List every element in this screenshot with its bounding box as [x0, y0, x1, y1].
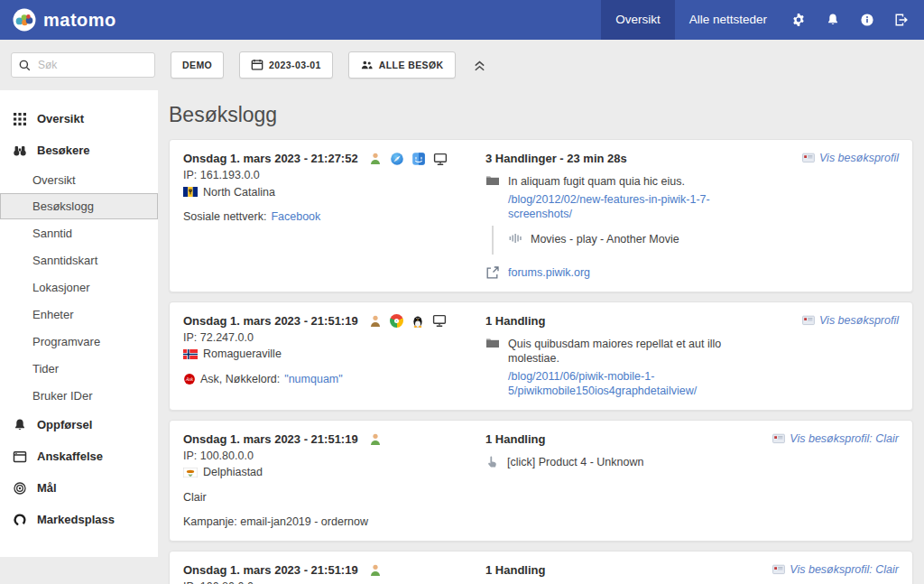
visit-devices [368, 313, 485, 329]
window-icon [13, 450, 27, 464]
svg-text:Ask: Ask [185, 376, 193, 382]
sidebar-item-mal[interactable]: Mål [0, 472, 158, 504]
sidebar-item-anskaffelse[interactable]: Anskaffelse [0, 440, 158, 472]
visit-card: Onsdag 1. mars 2023 - 21:27:52 IP: 161.1… [169, 139, 913, 292]
calendar-icon [251, 59, 263, 71]
site-selector-label: DEMO [182, 60, 212, 70]
search-input[interactable] [36, 58, 148, 72]
matomo-logo[interactable]: matomo [13, 8, 116, 32]
page-title-text: Quis quibusdam maiores repellat et aut i… [508, 337, 763, 366]
segment-people-icon [360, 59, 374, 71]
brand-name: matomo [43, 10, 116, 31]
sidebar-item-label: Oversikt [37, 112, 84, 125]
actions-count: 1 Handling [485, 313, 763, 329]
visit-info-column: Onsdag 1. mars 2023 - 21:51:19 IP: 100.8… [183, 431, 368, 530]
sidebar-item-oversikt[interactable]: Oversikt [0, 166, 158, 193]
safari-icon [390, 152, 404, 166]
sidebar-item-label: Besøkere [37, 144, 90, 157]
sidebar-item-label: Sanntid [32, 227, 72, 240]
visitor-profile-icon [802, 315, 815, 326]
visit-card: Onsdag 1. mars 2023 - 21:51:19 IP: 100.8… [169, 420, 913, 542]
dashboard-icon [13, 112, 27, 126]
page-title: Besøkslogg [169, 103, 913, 127]
page-url-link[interactable]: /blog/2011/06/piwik-mobile-1-5/piwikmobi… [508, 369, 763, 399]
sidebar-item-sanntid[interactable]: Sanntid [0, 219, 158, 246]
visitor-log-list: Onsdag 1. mars 2023 - 21:27:52 IP: 161.1… [169, 139, 913, 584]
visit-date: Onsdag 1. mars 2023 - 21:51:19 [183, 562, 368, 578]
visitor-profile-link[interactable]: Vis besøksprofil [802, 313, 899, 329]
sidebar-item-lokasjoner[interactable]: Lokasjoner [0, 273, 158, 301]
actions-count: 3 Handlinger - 23 min 28s [485, 151, 763, 166]
sidebar-item-label: Enheter [32, 308, 74, 321]
visit-ip: IP: 72.247.0.0 [183, 330, 368, 346]
sidebar-item-label: Tider [32, 362, 59, 375]
sidebar-item-enheter[interactable]: Enheter [0, 301, 158, 328]
visitor-profile-link[interactable]: Vis besøksprofil: Clair [772, 562, 899, 578]
sidebar-item-tider[interactable]: Tider [0, 355, 158, 382]
visit-card: Onsdag 1. mars 2023 - 21:51:19 IP: 72.24… [169, 301, 913, 411]
date-range-label: 2023-03-01 [269, 60, 321, 70]
visitor-profile-icon [772, 433, 785, 444]
visit-info-column: Onsdag 1. mars 2023 - 21:51:19 IP: 100.8… [183, 562, 368, 584]
sidebar-item-oversikt[interactable]: Oversikt [0, 103, 158, 134]
target-icon [13, 481, 27, 496]
bell-icon[interactable] [816, 0, 850, 40]
actions-count: 1 Handling [485, 562, 763, 578]
toolbar: DEMO 2023-03-01 ALLE BESØK [0, 40, 924, 90]
sidebar-item-bruker-ider[interactable]: Bruker IDer [0, 382, 158, 409]
visit-devices [368, 151, 485, 166]
macos-icon [411, 152, 426, 166]
info-icon[interactable] [850, 0, 884, 40]
sidebar-item-sanntidskart[interactable]: Sanntidskart [0, 246, 158, 273]
binoculars-icon [13, 144, 27, 158]
sidebar-item-label: Oversikt [32, 173, 76, 187]
visitor-profile-icon [802, 153, 815, 163]
page-url-link[interactable]: /blog/2012/02/new-features-in-piwik-1-7-… [508, 192, 763, 222]
visit-date: Onsdag 1. mars 2023 - 21:51:19 [183, 431, 368, 447]
date-range-button[interactable]: 2023-03-01 [239, 51, 333, 79]
sidebar-item-programvare[interactable]: Programvare [0, 328, 158, 355]
referrer-link[interactable]: "numquam" [284, 372, 342, 387]
collapse-arrows-icon[interactable] [471, 59, 488, 72]
segment-label: ALLE BESØK [379, 60, 444, 70]
segment-button[interactable]: ALLE BESØK [348, 51, 456, 79]
chrome-icon [390, 314, 403, 328]
page-title-text: In aliquam fugit quam quia hic eius. [508, 174, 763, 190]
logout-icon[interactable] [884, 0, 919, 40]
top-navbar: matomo Oversikt Alle nettsteder [0, 0, 924, 40]
click-icon [485, 455, 499, 468]
visit-extra-line: Clair [183, 490, 368, 505]
visit-referrer: Sosiale nettverk: Facebook [183, 209, 368, 225]
bell-icon [13, 418, 27, 432]
nav-tab-oversikt[interactable]: Oversikt [601, 0, 675, 40]
sidebar-item-oppforsel[interactable]: Oppførsel [0, 409, 158, 440]
visitor-brown-icon [368, 314, 383, 329]
visitor-profile-link[interactable]: Vis besøksprofil: Clair [772, 431, 899, 447]
visit-info-column: Onsdag 1. mars 2023 - 21:27:52 IP: 161.1… [183, 151, 368, 225]
sidebar: OversiktBesøkereOversiktBesøksloggSannti… [0, 90, 158, 557]
sidebar-item-label: Anskaffelse [37, 450, 103, 463]
sidebar-item-label: Sanntidskart [32, 254, 97, 267]
visit-date: Onsdag 1. mars 2023 - 21:27:52 [183, 151, 368, 166]
visit-actions-column: 3 Handlinger - 23 min 28s In aliquam fug… [485, 151, 899, 281]
visitor-green-icon [368, 152, 383, 166]
visitor-green-icon [368, 432, 383, 447]
visit-ip: IP: 100.80.0.0 [183, 449, 368, 464]
visitor-green-icon [368, 563, 383, 578]
site-selector-button[interactable]: DEMO [171, 51, 224, 79]
gear-icon[interactable] [781, 0, 816, 40]
marketplace-icon [13, 513, 27, 527]
folder-icon [485, 174, 500, 187]
outlink-url[interactable]: forums.piwik.org [508, 265, 590, 281]
visit-location-label: North Catalina [203, 185, 275, 200]
sidebar-item-markedsplass[interactable]: Markedsplass [0, 504, 158, 535]
visit-extra-line: Kampanje: email-jan2019 - ordernow [183, 514, 368, 530]
visitor-profile-link[interactable]: Vis besøksprofil [802, 151, 899, 166]
referrer-link[interactable]: Facebook [271, 209, 320, 225]
search-box [11, 52, 155, 78]
nav-tab-alle-nettsteder[interactable]: Alle nettsteder [675, 0, 781, 40]
action-sub-list: Movies - play - Another Movie [492, 226, 763, 255]
sidebar-item-besokslogg[interactable]: Besøkslogg [0, 193, 158, 219]
action-media: Movies - play - Another Movie [509, 232, 763, 247]
sidebar-item-besokere[interactable]: Besøkere [0, 134, 158, 166]
